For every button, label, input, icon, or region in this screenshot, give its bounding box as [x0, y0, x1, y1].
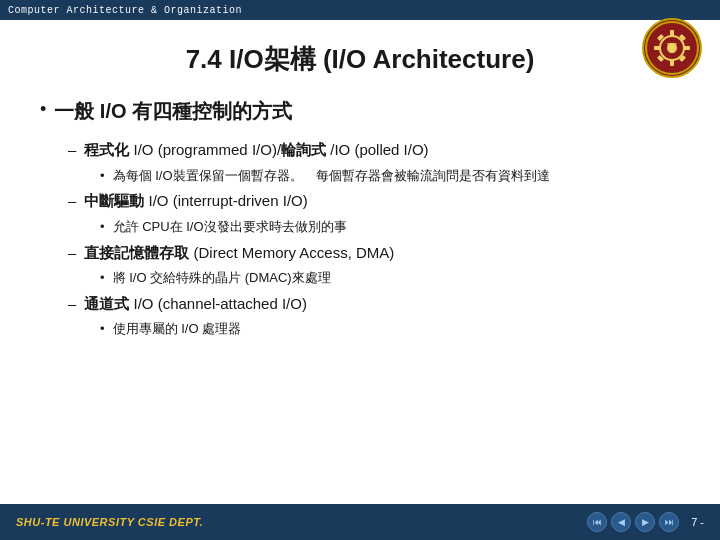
svg-rect-4 — [670, 60, 674, 66]
sub-bullet-text-2-1: 允許 CPU在 I/O沒發出要求時去做別的事 — [113, 217, 347, 238]
page-title: 7.4 I/O架構 (I/O Architecture) — [40, 42, 680, 77]
dash-item-2: – 中斷驅動 I/O (interrupt-driven I/O) — [68, 190, 680, 213]
page-number: 7 - — [691, 516, 704, 528]
svg-rect-6 — [684, 46, 690, 50]
logo-svg: T — [644, 20, 700, 76]
svg-rect-3 — [670, 30, 674, 36]
sub-bullet-section-3: • 將 I/O 交給特殊的晶片 (DMAC)來處理 — [100, 268, 680, 289]
footer-controls: ⏮ ◀ ▶ ⏭ 7 - — [587, 512, 704, 532]
nav-last-icon: ⏭ — [665, 518, 674, 527]
svg-text:T: T — [667, 41, 677, 56]
nav-prev-icon: ◀ — [618, 518, 625, 527]
logo-area: T — [642, 18, 702, 78]
sub-bullet-marker-1-1: • — [100, 166, 105, 187]
dash-marker-3: – — [68, 242, 76, 265]
main-bullet-text: 一般 I/O 有四種控制的方式 — [54, 97, 292, 125]
nav-last-button[interactable]: ⏭ — [659, 512, 679, 532]
dash-text-3: 直接記憶體存取 (Direct Memory Access, DMA) — [84, 242, 394, 265]
dash-marker-4: – — [68, 293, 76, 316]
dash-text-2: 中斷驅動 I/O (interrupt-driven I/O) — [84, 190, 307, 213]
nav-next-icon: ▶ — [642, 518, 649, 527]
sub-bullet-text-1-1: 為每個 I/O裝置保留一個暫存器。 每個暫存器會被輸流詢問是否有資料到達 — [113, 166, 550, 187]
sub-bullet-item-4-1: • 使用專屬的 I/O 處理器 — [100, 319, 680, 340]
sub-bullet-section-4: • 使用專屬的 I/O 處理器 — [100, 319, 680, 340]
nav-next-button[interactable]: ▶ — [635, 512, 655, 532]
header-title: Computer Architecture & Organization — [8, 5, 242, 16]
sub-bullet-text-4-1: 使用專屬的 I/O 處理器 — [113, 319, 242, 340]
dash-item-3: – 直接記憶體存取 (Direct Memory Access, DMA) — [68, 242, 680, 265]
header-bar: Computer Architecture & Organization — [0, 0, 720, 20]
dash-item-1: – 程式化 I/O (programmed I/O)/輪詢式 /IO (poll… — [68, 139, 680, 162]
svg-rect-5 — [654, 46, 660, 50]
dash-item-4: – 通道式 I/O (channel-attached I/O) — [68, 293, 680, 316]
university-logo: T — [642, 18, 702, 78]
sub-sections: – 程式化 I/O (programmed I/O)/輪詢式 /IO (poll… — [68, 139, 680, 340]
sub-bullet-marker-2-1: • — [100, 217, 105, 238]
main-content: 7.4 I/O架構 (I/O Architecture) • 一般 I/O 有四… — [0, 20, 720, 358]
nav-first-button[interactable]: ⏮ — [587, 512, 607, 532]
dash-text-4: 通道式 I/O (channel-attached I/O) — [84, 293, 307, 316]
dash-marker-2: – — [68, 190, 76, 213]
sub-bullet-section-2: • 允許 CPU在 I/O沒發出要求時去做別的事 — [100, 217, 680, 238]
dash-marker-1: – — [68, 139, 76, 162]
sub-bullet-marker-3-1: • — [100, 268, 105, 289]
sub-bullet-item-1-1: • 為每個 I/O裝置保留一個暫存器。 每個暫存器會被輸流詢問是否有資料到達 — [100, 166, 680, 187]
footer: SHU-TE UNIVERSITY CSIE DEPT. ⏮ ◀ ▶ ⏭ 7 - — [0, 504, 720, 540]
sub-bullet-text-3-1: 將 I/O 交給特殊的晶片 (DMAC)來處理 — [113, 268, 331, 289]
page-container: Computer Architecture & Organization T — [0, 0, 720, 540]
sub-bullet-item-2-1: • 允許 CPU在 I/O沒發出要求時去做別的事 — [100, 217, 680, 238]
main-bullet-item: • 一般 I/O 有四種控制的方式 — [40, 97, 680, 125]
sub-bullet-section-1: • 為每個 I/O裝置保留一個暫存器。 每個暫存器會被輸流詢問是否有資料到達 — [100, 166, 680, 187]
dash-text-1: 程式化 I/O (programmed I/O)/輪詢式 /IO (polled… — [84, 139, 428, 162]
footer-university-text: SHU-TE UNIVERSITY CSIE DEPT. — [16, 516, 203, 528]
nav-first-icon: ⏮ — [593, 518, 602, 527]
nav-prev-button[interactable]: ◀ — [611, 512, 631, 532]
sub-bullet-marker-4-1: • — [100, 319, 105, 340]
main-bullet-marker: • — [40, 97, 46, 122]
sub-bullet-item-3-1: • 將 I/O 交給特殊的晶片 (DMAC)來處理 — [100, 268, 680, 289]
